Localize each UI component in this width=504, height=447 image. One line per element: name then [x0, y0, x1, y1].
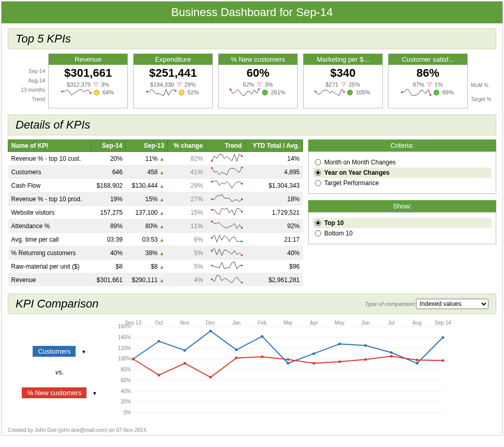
- table-row: Avg. time per call 03:39 03:53▲ 6% 21:17: [8, 233, 303, 246]
- criteria-option[interactable]: Target Performance: [313, 178, 492, 188]
- svg-point-5: [258, 88, 260, 90]
- svg-text:60%: 60%: [121, 378, 131, 383]
- up-arrow-icon: ▲: [158, 210, 165, 216]
- show-option[interactable]: Bottom 10: [313, 228, 492, 239]
- option-label: Top 10: [324, 219, 344, 227]
- svg-point-4: [229, 89, 232, 91]
- kpi-card-value: $251,441: [134, 65, 212, 80]
- svg-point-12: [211, 167, 213, 169]
- down-arrow-icon: ▽: [427, 81, 431, 88]
- svg-point-26: [211, 264, 213, 267]
- show-option[interactable]: Top 10: [313, 218, 492, 228]
- svg-text:Feb: Feb: [258, 320, 267, 326]
- comp-vs-label: vs.: [55, 368, 64, 376]
- status-dot-icon: [94, 90, 99, 95]
- cell-sparkline: [206, 246, 245, 260]
- cell-ytd: $96: [245, 260, 303, 273]
- cell-chg: 82%: [167, 152, 206, 165]
- svg-point-84: [390, 355, 393, 358]
- details-table: Name of KPISep-14Sep-13% changeTrendYTD …: [8, 139, 303, 286]
- up-arrow-icon: ▲: [158, 264, 165, 270]
- kpi-sparkline: [315, 89, 344, 96]
- chevron-down-icon[interactable]: ▼: [78, 349, 87, 355]
- typecomp-select[interactable]: Indexed values: [416, 299, 488, 309]
- cell-curr: 20%: [91, 152, 126, 165]
- svg-point-8: [401, 91, 403, 93]
- criteria-option[interactable]: Month on Month Changes: [313, 157, 492, 167]
- kpi-card: Customer satisf... 86% 87% ▽ 1% 89%: [388, 53, 468, 108]
- cell-prev: 15%▲: [126, 192, 168, 206]
- cell-chg: 27%: [167, 192, 206, 206]
- cell-sparkline: [206, 233, 245, 246]
- svg-text:Jan: Jan: [232, 320, 240, 326]
- criteria-option[interactable]: Year on Year Changes: [313, 167, 492, 178]
- cell-sparkline: [206, 273, 245, 287]
- cell-prev: 80%▲: [126, 219, 168, 233]
- cell-prev: 458▲: [126, 165, 168, 179]
- table-header: Sep-14: [91, 140, 126, 152]
- comp-series-b-tag[interactable]: % New customers: [22, 387, 87, 398]
- kpi-card-value: $340: [304, 65, 382, 80]
- criteria-panel-header: Criteria:: [308, 139, 496, 151]
- kpi-sparkline: [402, 89, 430, 96]
- down-arrow-icon: ▽: [257, 81, 262, 88]
- svg-point-22: [211, 237, 213, 239]
- kpi-card-title: Revenue: [49, 54, 127, 65]
- chevron-down-icon[interactable]: ▼: [89, 390, 97, 396]
- svg-point-1: [90, 92, 92, 94]
- svg-point-63: [183, 349, 186, 352]
- cell-ytd: 18%: [245, 192, 303, 206]
- svg-point-81: [312, 362, 315, 365]
- table-row: Attendance % 89% 80%▲ 11% 92%: [8, 219, 303, 233]
- svg-point-83: [364, 358, 367, 361]
- cell-sparkline: [206, 179, 245, 192]
- radio-icon: [315, 220, 321, 226]
- svg-point-79: [261, 356, 264, 358]
- kpi-row-labels-right: MoM % Target %: [468, 53, 496, 108]
- cell-prev: 03:53▲: [126, 233, 168, 246]
- svg-point-20: [211, 220, 213, 222]
- cell-curr: 646: [91, 165, 126, 179]
- svg-text:Dec: Dec: [206, 320, 215, 326]
- kpi-card: Marketing per $... $340 $271 ▽ 25% 105%: [303, 53, 383, 108]
- svg-point-66: [261, 335, 264, 338]
- cell-sparkline: [206, 152, 245, 165]
- svg-point-7: [343, 91, 345, 93]
- kpi-target-pct: 261%: [271, 89, 285, 95]
- cell-sparkline: [206, 192, 245, 206]
- svg-point-18: [211, 209, 213, 211]
- cell-chg: 15%: [167, 206, 206, 219]
- kpi-row-labels-left: Sep-14 Aug-14 13 months Trend: [8, 53, 48, 108]
- status-dot-icon: [262, 90, 268, 95]
- cell-chg: 4%: [167, 273, 206, 287]
- svg-text:Jul: Jul: [388, 320, 395, 326]
- radio-icon: [315, 230, 321, 236]
- kpi-card: Revenue $301,661 $312,379 ▽ 3% 64%: [48, 53, 128, 108]
- comparison-chart: 0%20%40%60%80%100%120%140%160%Sep 13OctN…: [116, 318, 447, 417]
- cell-curr: 03:39: [91, 233, 126, 246]
- table-row: % Returning customers 40% 38%▲ 5% 40%: [8, 246, 303, 260]
- cell-sparkline: [206, 260, 245, 273]
- svg-text:40%: 40%: [121, 388, 131, 394]
- option-label: Month on Month Changes: [324, 159, 396, 166]
- comp-series-a-tag[interactable]: Customers: [33, 346, 76, 357]
- cell-chg: 11%: [167, 219, 206, 233]
- svg-point-82: [338, 360, 341, 363]
- svg-point-69: [338, 343, 341, 345]
- svg-point-21: [241, 227, 243, 229]
- kpi-target-pct: 64%: [103, 89, 114, 95]
- svg-point-0: [61, 90, 63, 92]
- table-header: Name of KPI: [8, 140, 91, 152]
- table-row: Website visitors 157,275 137,100▲ 15% 1,…: [8, 206, 303, 219]
- kpi-card-value: 60%: [219, 65, 297, 80]
- svg-point-28: [211, 278, 213, 281]
- cell-sparkline: [206, 165, 245, 179]
- svg-point-76: [183, 362, 186, 365]
- option-label: Target Performance: [324, 179, 379, 187]
- cell-name: Raw-material per unit ($): [8, 260, 91, 273]
- svg-point-77: [209, 376, 212, 379]
- svg-point-9: [429, 94, 431, 96]
- svg-text:Aug: Aug: [412, 320, 422, 326]
- svg-point-80: [287, 358, 290, 361]
- svg-text:80%: 80%: [121, 367, 131, 372]
